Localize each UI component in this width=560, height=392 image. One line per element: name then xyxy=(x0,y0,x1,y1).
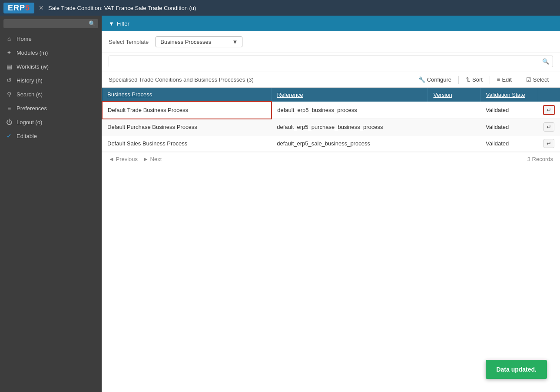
edit-icon: ≡ xyxy=(497,76,500,83)
sort-button[interactable]: ⇅ Sort xyxy=(461,75,487,85)
col-header-business-process[interactable]: Business Process xyxy=(102,88,272,102)
edit-label: Edit xyxy=(502,76,511,83)
cell-version xyxy=(428,135,480,152)
navigate-button-1[interactable]: ↵ xyxy=(543,122,554,132)
col-header-action xyxy=(538,88,560,102)
toolbar-separator-2 xyxy=(490,76,490,84)
cell-reference: default_erp5_sale_business_process xyxy=(272,135,428,152)
data-table: Business Process Reference Version Valid… xyxy=(102,88,560,152)
sidebar-item-label: Preferences xyxy=(17,105,47,112)
table-row[interactable]: Default Trade Business Process default_e… xyxy=(102,102,560,119)
edit-button[interactable]: ≡ Edit xyxy=(493,75,516,85)
toolbar-separator-3 xyxy=(519,76,519,84)
cell-version xyxy=(428,102,480,119)
dropdown-arrow-icon: ▼ xyxy=(232,39,238,45)
history-icon: ↺ xyxy=(5,77,13,84)
home-icon: ⌂ xyxy=(5,35,13,42)
template-row: Select Template Business Processes ▼ xyxy=(102,31,560,53)
logout-icon: ⏻ xyxy=(5,119,13,125)
search-nav-icon: ⚲ xyxy=(5,91,13,98)
select-label: Select xyxy=(533,76,549,83)
sidebar: 🔍 ⌂ Home ✦ Modules (m) ▤ Worklists (w) ↺… xyxy=(0,16,102,392)
content-search-input[interactable] xyxy=(109,56,539,67)
cell-business-process[interactable]: Default Sales Business Process xyxy=(102,135,272,152)
table-container: Business Process Reference Version Valid… xyxy=(102,88,560,152)
sidebar-item-history[interactable]: ↺ History (h) xyxy=(0,73,102,87)
cell-reference: default_erp5_business_process xyxy=(272,102,428,119)
sidebar-item-label: Home xyxy=(17,36,32,42)
content-search-icon[interactable]: 🔍 xyxy=(539,56,553,67)
sidebar-item-worklists[interactable]: ▤ Worklists (w) xyxy=(0,59,102,73)
content-area: ▼ Filter Select Template Business Proces… xyxy=(102,16,560,392)
col-header-version[interactable]: Version xyxy=(428,88,480,102)
cell-business-process[interactable]: Default Purchase Business Process xyxy=(102,119,272,135)
cell-validation-state: Validated xyxy=(480,135,538,152)
select-icon: ☑ xyxy=(526,76,531,83)
pagination: ◄ Previous ► Next 3 Records xyxy=(102,152,560,166)
configure-button[interactable]: 🔧 Configure xyxy=(414,75,456,85)
close-icon[interactable]: ✕ xyxy=(39,4,44,11)
record-count: Specialised Trade Conditions and Busines… xyxy=(109,76,413,83)
table-body: Default Trade Business Process default_e… xyxy=(102,102,560,152)
configure-label: Configure xyxy=(427,76,451,83)
worklists-icon: ▤ xyxy=(5,63,13,70)
sidebar-item-label: History (h) xyxy=(17,77,43,84)
table-row[interactable]: Default Purchase Business Process defaul… xyxy=(102,119,560,135)
template-select[interactable]: Business Processes ▼ xyxy=(156,36,242,47)
cell-validation-state: Validated xyxy=(480,119,538,135)
page-nav: ◄ Previous ► Next xyxy=(109,156,162,162)
sidebar-item-label: Editable xyxy=(17,133,37,139)
table-row[interactable]: Default Sales Business Process default_e… xyxy=(102,135,560,152)
records-total: 3 Records xyxy=(527,156,553,162)
template-label: Select Template xyxy=(109,39,149,45)
check-icon: ✓ xyxy=(5,132,13,139)
content-search[interactable]: 🔍 xyxy=(109,56,553,67)
sort-icon: ⇅ xyxy=(466,76,471,83)
filter-label: Filter xyxy=(117,20,129,27)
cell-validation-state: Validated xyxy=(480,102,538,119)
sort-label: Sort xyxy=(472,76,483,83)
next-page-link[interactable]: ► Next xyxy=(143,156,162,162)
sidebar-item-label: Worklists (w) xyxy=(17,63,49,70)
sidebar-item-home[interactable]: ⌂ Home xyxy=(0,32,102,46)
toolbar: Specialised Trade Conditions and Busines… xyxy=(102,72,560,88)
sidebar-item-label: Modules (m) xyxy=(17,49,48,56)
sidebar-search-input[interactable] xyxy=(6,20,89,27)
sidebar-search-box[interactable]: 🔍 xyxy=(3,19,98,28)
configure-icon: 🔧 xyxy=(418,76,425,83)
sidebar-item-modules[interactable]: ✦ Modules (m) xyxy=(0,46,102,59)
sidebar-item-label: Search (s) xyxy=(17,91,43,98)
modules-icon: ✦ xyxy=(5,49,13,56)
col-header-reference[interactable]: Reference xyxy=(272,88,428,102)
filter-bar: ▼ Filter xyxy=(102,16,560,31)
search-icon[interactable]: 🔍 xyxy=(89,20,96,27)
logo-number: 5 xyxy=(25,3,30,13)
sidebar-item-label: Logout (o) xyxy=(17,119,42,125)
cell-navigate[interactable]: ↵ xyxy=(538,135,560,152)
search-row: 🔍 xyxy=(102,53,560,72)
sidebar-item-search[interactable]: ⚲ Search (s) xyxy=(0,87,102,101)
cell-navigate[interactable]: ↵ xyxy=(538,119,560,135)
cell-navigate[interactable]: ↵ xyxy=(538,102,560,119)
sidebar-item-logout[interactable]: ⏻ Logout (o) xyxy=(0,115,102,129)
logo: ERP5 xyxy=(3,3,34,13)
top-bar: ERP5 ✕ Sale Trade Condition: VAT France … xyxy=(0,0,560,16)
main-layout: 🔍 ⌂ Home ✦ Modules (m) ▤ Worklists (w) ↺… xyxy=(0,16,560,392)
navigate-button-0[interactable]: ↵ xyxy=(543,105,555,115)
previous-page-link[interactable]: ◄ Previous xyxy=(109,156,138,162)
filter-icon: ▼ xyxy=(109,20,114,27)
cell-business-process[interactable]: Default Trade Business Process xyxy=(102,102,272,119)
toolbar-separator xyxy=(458,76,459,84)
toast-notification: Data updated. xyxy=(486,360,547,379)
col-header-validation-state[interactable]: Validation State xyxy=(480,88,538,102)
navigate-button-2[interactable]: ↵ xyxy=(543,139,554,148)
template-selected-value: Business Processes xyxy=(160,39,211,45)
sidebar-item-editable[interactable]: ✓ Editable xyxy=(0,129,102,143)
table-header: Business Process Reference Version Valid… xyxy=(102,88,560,102)
sidebar-item-preferences[interactable]: ≡ Preferences xyxy=(0,101,102,115)
cell-version xyxy=(428,119,480,135)
preferences-icon: ≡ xyxy=(5,105,13,112)
select-button[interactable]: ☑ Select xyxy=(522,75,553,85)
toast-message: Data updated. xyxy=(496,366,537,373)
cell-reference: default_erp5_purchase_business_process xyxy=(272,119,428,135)
